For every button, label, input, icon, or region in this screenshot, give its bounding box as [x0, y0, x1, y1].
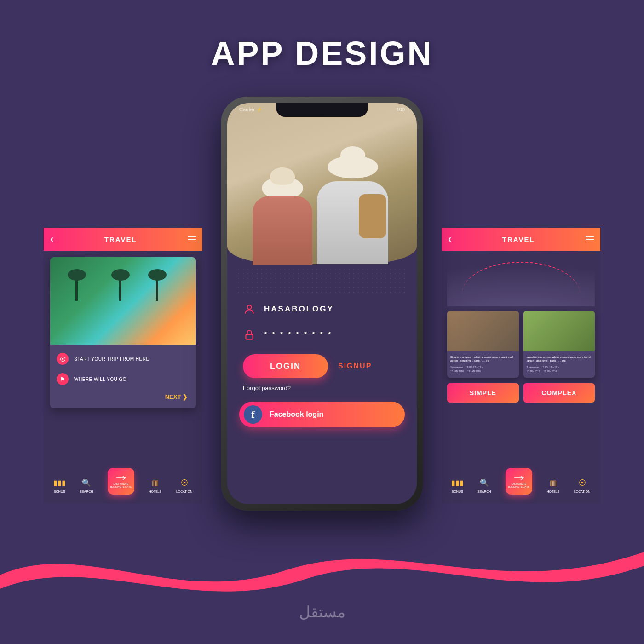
- username-value: HASABOLOGY: [264, 305, 334, 314]
- plane-icon: [115, 474, 126, 482]
- back-icon[interactable]: ‹: [50, 233, 53, 245]
- menu-icon[interactable]: [188, 236, 196, 242]
- date-meta: 12 JAN 2018: [467, 370, 481, 373]
- complex-card[interactable]: complex is a system which u can choose m…: [523, 311, 595, 378]
- svg-point-0: [247, 305, 252, 309]
- login-button[interactable]: LOGIN: [243, 354, 328, 378]
- nav-bonus[interactable]: ▮▮▮BONUS: [54, 478, 65, 493]
- menu-icon[interactable]: [586, 236, 594, 242]
- forgot-password-link[interactable]: Forgot password?: [227, 378, 417, 402]
- password-value: * * * * * * * * *: [264, 330, 332, 339]
- nav-flights[interactable]: LAST MINUTE BOOKING FLIGHTS: [506, 468, 532, 494]
- password-field[interactable]: * * * * * * * * *: [243, 328, 401, 341]
- search-icon: 🔍: [81, 478, 92, 488]
- adult-meta: 3 ADULT + 12 y: [467, 366, 483, 368]
- destination-image: [50, 257, 196, 345]
- passenger-meta: 3 passenger: [450, 366, 463, 368]
- screen-login: Carrier ⚡ 100 HASABOLOGY * * * * * * * *…: [227, 103, 417, 504]
- card-image: [523, 311, 595, 351]
- worldmap-dots: [236, 267, 408, 294]
- nav-location[interactable]: ⦿LOCATION: [574, 478, 590, 493]
- wave-decoration: [0, 524, 644, 644]
- signup-link[interactable]: SIGNUP: [338, 362, 372, 370]
- battery-label: 100: [397, 107, 405, 113]
- facebook-login-button[interactable]: f Facebook login: [239, 402, 405, 427]
- chart-icon: ▮▮▮: [452, 478, 462, 488]
- login-actions: LOGIN SIGNUP: [227, 354, 417, 378]
- phone-notch: [276, 103, 368, 117]
- login-form: HASABOLOGY * * * * * * * * *: [227, 303, 417, 341]
- nav-label: BONUS: [54, 490, 65, 493]
- passenger-meta: 3 passenger: [527, 366, 540, 368]
- carrier-label: Carrier ⚡: [239, 107, 263, 113]
- person-illustration: [253, 177, 312, 264]
- screen-travel-options: ‹ TRAVEL Simple is a system which u can …: [442, 228, 600, 504]
- topbar: ‹ TRAVEL: [44, 228, 202, 251]
- simple-button[interactable]: SIMPLE: [447, 383, 519, 402]
- svg-rect-1: [246, 334, 253, 339]
- nav-hotels[interactable]: ▥HOTELS: [546, 478, 559, 493]
- bottom-nav: ▮▮▮BONUS 🔍SEARCH LAST MINUTE BOOKING FLI…: [442, 467, 600, 504]
- user-icon: [243, 303, 256, 316]
- header-title: TRAVEL: [502, 236, 535, 243]
- option-buttons: SIMPLE COMPLEX: [442, 383, 600, 402]
- nav-hotels[interactable]: ▥HOTELS: [149, 478, 161, 493]
- hero-image: [227, 103, 417, 264]
- nav-label: BONUS: [452, 490, 463, 493]
- nav-label: SEARCH: [477, 490, 491, 493]
- nav-center-label2: BOOKING FLIGHTS: [508, 485, 529, 488]
- screen-travel-start: ‹ TRAVEL ⦿ START YOUR TRIP FROM HERE ⚑ W…: [44, 228, 202, 504]
- search-icon: 🔍: [479, 478, 489, 488]
- phone-frame: Carrier ⚡ 100 HASABOLOGY * * * * * * * *…: [221, 97, 423, 511]
- trip-destination-input[interactable]: ⚑ WHERE WILL YOU GO: [57, 373, 190, 385]
- card-image: [447, 311, 519, 351]
- destination-card: ⦿ START YOUR TRIP FROM HERE ⚑ WHERE WILL…: [50, 257, 196, 408]
- globe-illustration: [447, 253, 595, 306]
- date-meta: 10 JAN 2018: [527, 370, 540, 373]
- card-desc: complex is a system which u can choose m…: [527, 355, 592, 363]
- date-meta: 10 JAN 2018: [450, 370, 464, 373]
- complex-button[interactable]: COMPLEX: [523, 383, 595, 402]
- chart-icon: ▮▮▮: [54, 478, 64, 488]
- flight-arc-icon: [462, 262, 580, 294]
- nav-search[interactable]: 🔍SEARCH: [477, 478, 491, 493]
- trip-start-input[interactable]: ⦿ START YOUR TRIP FROM HERE: [57, 353, 190, 365]
- nav-label: HOTELS: [149, 490, 161, 493]
- building-icon: ▥: [150, 478, 160, 488]
- facebook-label: Facebook login: [270, 410, 323, 419]
- facebook-icon: f: [244, 405, 262, 424]
- nav-search[interactable]: 🔍SEARCH: [80, 478, 93, 493]
- building-icon: ▥: [548, 478, 558, 488]
- location-icon: ⦿: [179, 478, 190, 488]
- flag-icon: ⚑: [57, 373, 69, 385]
- nav-label: LOCATION: [176, 490, 192, 493]
- nav-flights[interactable]: LAST MINUTE BOOKING FLIGHTS: [108, 468, 134, 494]
- page-title: APP DESIGN: [0, 34, 644, 72]
- nav-bonus[interactable]: ▮▮▮BONUS: [452, 478, 463, 493]
- header-title: TRAVEL: [104, 236, 137, 243]
- nav-label: SEARCH: [80, 490, 93, 493]
- trip-start-label: START YOUR TRIP FROM HERE: [74, 356, 150, 362]
- next-button[interactable]: NEXT ❯: [57, 393, 190, 400]
- topbar: ‹ TRAVEL: [442, 228, 600, 251]
- nav-label: LOCATION: [574, 490, 590, 493]
- trip-destination-label: WHERE WILL YOU GO: [74, 377, 126, 382]
- pin-icon: ⦿: [57, 353, 69, 365]
- option-cards: Simple is a system which u can choose mo…: [442, 311, 600, 378]
- back-icon[interactable]: ‹: [448, 233, 451, 245]
- adult-meta: 3 ADULT + 12 y: [543, 366, 559, 368]
- person-illustration: [317, 158, 388, 264]
- lock-icon: [243, 328, 256, 341]
- bottom-nav: ▮▮▮BONUS 🔍SEARCH LAST MINUTE BOOKING FLI…: [44, 467, 202, 504]
- date-meta: 12 JAN 2018: [543, 370, 557, 373]
- location-icon: ⦿: [577, 478, 587, 488]
- watermark-logo: مستقل: [0, 603, 644, 621]
- nav-label: HOTELS: [546, 490, 559, 493]
- card-desc: Simple is a system which u can choose mo…: [450, 355, 516, 363]
- username-field[interactable]: HASABOLOGY: [243, 303, 401, 316]
- nav-center-label2: BOOKING FLIGHTS: [110, 485, 132, 488]
- nav-location[interactable]: ⦿LOCATION: [176, 478, 192, 493]
- simple-card[interactable]: Simple is a system which u can choose mo…: [447, 311, 519, 378]
- plane-icon: [513, 474, 524, 482]
